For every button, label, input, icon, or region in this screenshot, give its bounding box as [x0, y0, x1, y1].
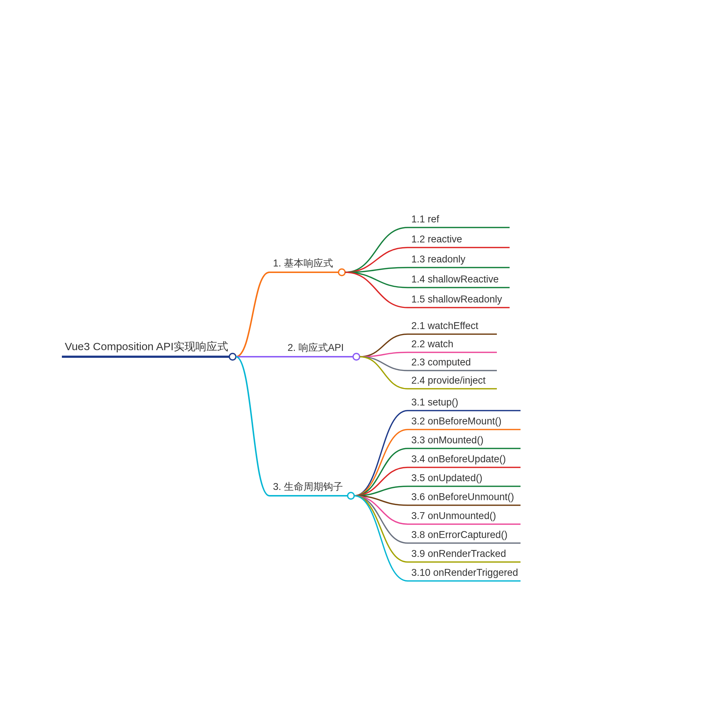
leaf-node-1-2[interactable]: 2.3 computed [411, 357, 471, 369]
root-node[interactable]: Vue3 Composition API实现响应式 [65, 339, 228, 355]
svg-point-1 [229, 353, 236, 360]
connector-svg [0, 0, 728, 728]
leaf-node-2-5[interactable]: 3.6 onBeforeUnmount() [411, 491, 514, 504]
leaf-node-0-2[interactable]: 1.3 readonly [411, 254, 466, 266]
branch-node-2[interactable]: 3. 生命周期钩子 [273, 480, 343, 494]
svg-point-16 [348, 492, 354, 499]
branch-node-1[interactable]: 2. 响应式API [288, 341, 344, 355]
leaf-node-2-1[interactable]: 3.2 onBeforeMount() [411, 416, 502, 428]
leaf-node-2-6[interactable]: 3.7 onUnmounted() [411, 510, 496, 523]
leaf-node-1-1[interactable]: 2.2 watch [411, 338, 454, 351]
leaf-node-1-3[interactable]: 2.4 provide/inject [411, 375, 486, 387]
leaf-node-0-0[interactable]: 1.1 ref [411, 214, 439, 226]
leaf-node-0-1[interactable]: 1.2 reactive [411, 234, 462, 246]
leaf-node-2-2[interactable]: 3.3 onMounted() [411, 434, 483, 447]
leaf-node-2-4[interactable]: 3.5 onUpdated() [411, 473, 482, 485]
leaf-node-1-0[interactable]: 2.1 watchEffect [411, 320, 478, 333]
mindmap-canvas: Vue3 Composition API实现响应式1. 基本响应式1.1 ref… [0, 0, 728, 728]
leaf-node-2-9[interactable]: 3.10 onRenderTriggered [411, 567, 518, 580]
leaf-node-2-0[interactable]: 3.1 setup() [411, 397, 458, 409]
leaf-node-0-3[interactable]: 1.4 shallowReactive [411, 274, 499, 286]
svg-point-3 [338, 269, 345, 275]
leaf-node-2-3[interactable]: 3.4 onBeforeUpdate() [411, 454, 506, 466]
leaf-node-0-4[interactable]: 1.5 shallowReadonly [411, 294, 502, 306]
branch-node-0[interactable]: 1. 基本响应式 [273, 257, 333, 271]
leaf-node-2-8[interactable]: 3.9 onRenderTracked [411, 548, 506, 561]
svg-point-10 [353, 353, 359, 360]
leaf-node-2-7[interactable]: 3.8 onErrorCaptured() [411, 529, 508, 541]
